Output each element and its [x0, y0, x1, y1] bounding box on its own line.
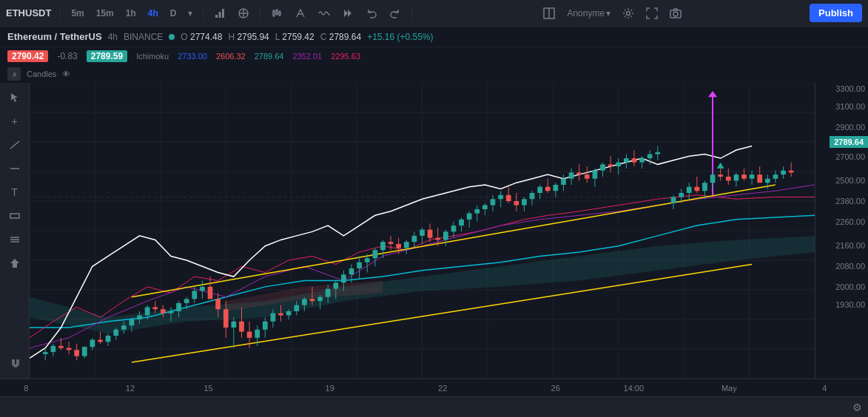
svg-rect-0: [215, 15, 218, 18]
time-axis: 8121519222614:00May4: [0, 379, 868, 396]
layout-icon: [543, 7, 555, 19]
price-label-278964: 2789.64: [830, 136, 868, 148]
wave-icon: [318, 7, 330, 19]
open-value: O 2774.48: [181, 32, 222, 42]
compare-btn[interactable]: [233, 5, 254, 21]
snapshot-btn[interactable]: [665, 5, 686, 21]
undo-icon: [366, 7, 377, 19]
price-label-238000: 2380.00: [835, 197, 865, 206]
crosshair-btn[interactable]: +: [4, 111, 25, 132]
drawing-btn[interactable]: [290, 5, 311, 21]
ich-v5: 2295.63: [331, 52, 360, 61]
text-btn[interactable]: T: [4, 182, 25, 203]
chart-type-icon: [271, 7, 283, 19]
chart-canvas-area[interactable]: [30, 83, 815, 379]
user-label: Anonyme: [567, 8, 605, 18]
svg-marker-30: [10, 259, 19, 268]
trend-line-btn[interactable]: [4, 135, 25, 155]
chart-settings-btn[interactable]: ⚙: [852, 401, 862, 413]
magnet-btn[interactable]: [4, 353, 25, 374]
time-label-15: 15: [203, 384, 212, 393]
eye-icon[interactable]: 👁: [62, 70, 70, 78]
price-label-208000: 2080.00: [835, 262, 865, 271]
drawing-icon: [295, 7, 306, 19]
ohlc-display: O 2774.48 H 2795.94 L 2759.42 C 2789.64: [181, 32, 361, 42]
svg-rect-26: [10, 214, 19, 218]
price-axis: 3300.003100.002900.002789.642700.002500.…: [815, 83, 868, 379]
replay-btn[interactable]: [337, 5, 358, 21]
indicators-btn[interactable]: [209, 5, 230, 21]
tf-5m-btn[interactable]: 5m: [67, 6, 88, 21]
measure-btn[interactable]: [4, 206, 25, 226]
svg-marker-23: [11, 93, 18, 102]
ich-v4: 2352.01: [292, 52, 322, 61]
high-value: H 2795.94: [228, 32, 269, 42]
indicators-icon: [214, 7, 226, 19]
settings-btn[interactable]: [618, 5, 639, 21]
svg-rect-1: [219, 12, 221, 18]
fib-btn[interactable]: [4, 229, 25, 250]
tf-D-btn[interactable]: D: [166, 6, 181, 21]
symbol-full-name: Ethereum / TetherUS: [7, 31, 102, 42]
low-value: L 2759.42: [275, 32, 314, 42]
ich-v3: 2789.64: [255, 52, 284, 61]
price-label-270000: 2700.00: [835, 152, 865, 161]
candles-label: Candles: [27, 70, 56, 78]
ich-v2: 2606.32: [216, 52, 246, 61]
replay-icon: [342, 7, 354, 19]
bottom-bar: ⚙: [0, 396, 868, 417]
top-toolbar: ETHUSDT 5m 15m 1h 4h D ▾: [0, 0, 868, 27]
collapse-indicators-btn[interactable]: ∧: [7, 67, 21, 81]
tf-dropdown-btn[interactable]: ▾: [184, 6, 197, 21]
separator3: [260, 7, 260, 20]
h-line-icon: [10, 163, 20, 174]
user-btn[interactable]: Anonyme ▾: [562, 6, 615, 21]
chart-canvas: [30, 83, 815, 379]
separator2: [203, 7, 203, 20]
fib-icon: [10, 234, 20, 245]
fullscreen-icon: [646, 7, 658, 19]
wave-btn[interactable]: [314, 5, 334, 21]
svg-rect-2: [222, 9, 224, 18]
user-dropdown-icon: ▾: [606, 8, 610, 18]
svg-rect-12: [279, 12, 280, 15]
svg-rect-6: [273, 11, 275, 16]
current-price-badge: 2790.42: [7, 50, 48, 62]
tf-1h-btn[interactable]: 1h: [121, 6, 141, 21]
tf-15m-btn[interactable]: 15m: [92, 6, 118, 21]
fullscreen-btn[interactable]: [642, 5, 662, 21]
svg-rect-9: [276, 10, 277, 14]
settings-icon: [622, 7, 634, 19]
live-dot: [169, 34, 175, 40]
long-icon: [10, 258, 20, 268]
time-label-19: 19: [326, 384, 334, 393]
horizontal-line-btn[interactable]: [4, 158, 25, 179]
cursor-icon: [10, 92, 20, 103]
time-label-12: 12: [126, 384, 135, 393]
ichimoku-label: Ichimoku: [136, 52, 169, 61]
svg-marker-16: [344, 10, 348, 17]
price-label-310000: 3100.00: [835, 102, 865, 111]
candles-bar: ∧ Candles 👁: [0, 65, 868, 83]
layout-btn[interactable]: [539, 5, 559, 21]
tf-4h-btn[interactable]: 4h: [144, 6, 163, 21]
symbol-exchange: BINANCE: [124, 32, 163, 42]
price-change: +15.16 (+0.55%): [367, 32, 433, 42]
long-position-btn[interactable]: [4, 253, 25, 274]
time-label-26: 26: [551, 384, 560, 393]
cursor-btn[interactable]: [4, 87, 25, 108]
redo-btn[interactable]: [385, 5, 406, 21]
time-label-8: 8: [24, 384, 28, 393]
separator4: [411, 7, 412, 20]
measure-icon: [10, 211, 20, 221]
publish-button[interactable]: Publish: [810, 4, 862, 22]
undo-btn[interactable]: [361, 5, 382, 21]
indicator-bar: 2790.42 -0.83 2789.59 Ichimoku 2733.00 2…: [0, 47, 868, 65]
symbol-info-bar: Ethereum / TetherUS 4h BINANCE O 2774.48…: [0, 27, 868, 47]
chart-type-btn[interactable]: [266, 5, 287, 21]
close-value: C 2789.64: [320, 32, 361, 42]
price-label-290000: 2900.00: [835, 123, 865, 132]
magnet-icon: [10, 359, 20, 369]
time-label-May: May: [721, 384, 737, 393]
time-label-4: 4: [822, 384, 827, 393]
